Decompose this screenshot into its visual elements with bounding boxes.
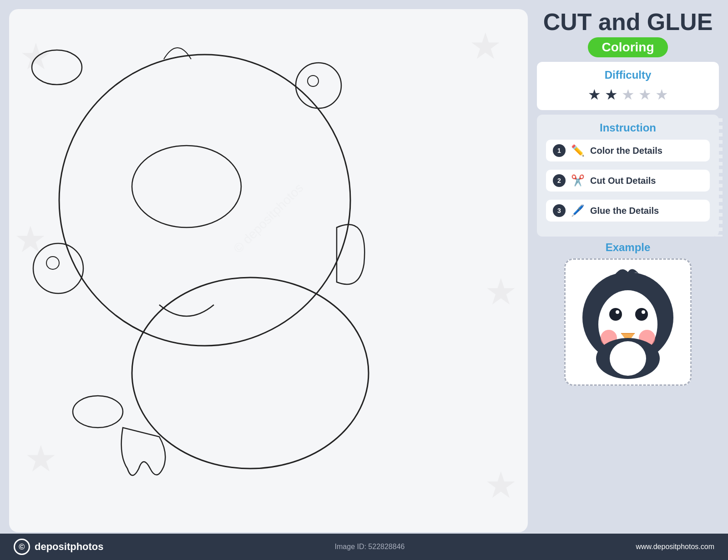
brand-name: depositphotos — [35, 541, 104, 553]
step-2-number: 2 — [553, 174, 566, 187]
step-1-item: 1 ✏️ Color the Details — [546, 140, 710, 161]
svg-point-15 — [616, 310, 619, 314]
svg-point-5 — [308, 76, 318, 86]
svg-point-7 — [46, 257, 59, 269]
svg-point-2 — [132, 146, 241, 227]
svg-point-1 — [132, 277, 369, 469]
step-2-text: Cut Out Details — [590, 176, 656, 186]
svg-point-4 — [296, 63, 341, 108]
logo-circle: © — [14, 539, 30, 555]
star-5: ★ — [655, 86, 668, 103]
svg-point-3 — [32, 50, 82, 85]
star-1: ★ — [588, 86, 601, 103]
star-4: ★ — [638, 86, 652, 103]
step-3-item: 3 🖊️ Glue the Details — [546, 200, 710, 222]
step-3-text: Glue the Details — [590, 206, 659, 216]
star-2: ★ — [605, 86, 618, 103]
difficulty-label: Difficulty — [546, 69, 710, 81]
instruction-label: Instruction — [546, 121, 710, 134]
step-1-text: Color the Details — [590, 146, 662, 156]
svg-point-14 — [635, 308, 648, 321]
example-image-container — [564, 258, 692, 386]
glue-icon: 🖊️ — [571, 204, 585, 217]
svg-point-13 — [609, 308, 622, 321]
example-label: Example — [537, 241, 719, 254]
main-title: CUT and GLUE — [537, 9, 719, 35]
step-2-item: 2 ✂️ Cut Out Details — [546, 170, 710, 192]
scissors-icon: ✂️ — [571, 174, 585, 187]
deposit-logo: © depositphotos — [14, 539, 104, 555]
example-penguin-svg — [569, 263, 687, 381]
star-3: ★ — [622, 86, 635, 103]
stars-row: ★ ★ ★ ★ ★ — [546, 86, 710, 103]
svg-point-0 — [59, 55, 350, 346]
step-1-number: 1 — [553, 144, 566, 157]
example-section: Example — [537, 241, 719, 386]
image-id: Image ID: 522828846 — [335, 543, 405, 551]
penguin-outline-svg — [9, 9, 528, 532]
coloring-badge: Coloring — [588, 37, 667, 57]
drawing-area: ★ ★ ★ ★ ★ ★ © depositphotos — [9, 9, 528, 532]
title-area: CUT and GLUE Coloring — [537, 9, 719, 57]
step-3-number: 3 — [553, 204, 566, 217]
svg-point-21 — [610, 341, 646, 376]
footer-bar: © depositphotos Image ID: 522828846 www.… — [0, 534, 728, 560]
instruction-section: Instruction 1 ✏️ Color the Details 2 ✂️ … — [537, 115, 719, 237]
svg-point-16 — [642, 310, 645, 314]
svg-point-8 — [73, 396, 123, 428]
color-icon: ✏️ — [571, 144, 585, 157]
difficulty-section: Difficulty ★ ★ ★ ★ ★ — [537, 62, 719, 110]
website-url: www.depositphotos.com — [636, 543, 714, 551]
right-panel: CUT and GLUE Coloring Difficulty ★ ★ ★ ★… — [537, 9, 719, 532]
